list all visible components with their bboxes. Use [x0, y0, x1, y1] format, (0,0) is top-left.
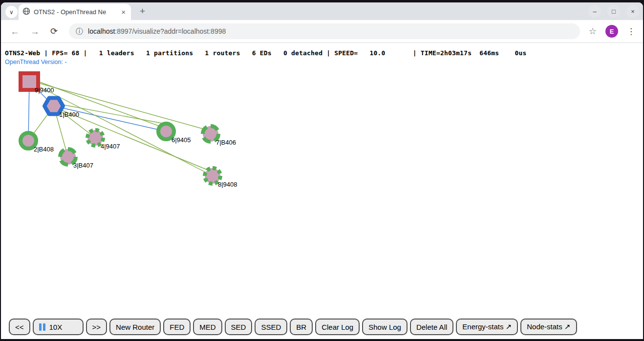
tab-otns2[interactable]: OTNS2 - OpenThread Ne ×: [19, 4, 131, 20]
toolbar-button-label: FED: [170, 323, 184, 331]
chevron-down-icon: ∨: [9, 9, 14, 16]
close-button[interactable]: ×: [626, 5, 639, 18]
show-log-button[interactable]: Show Log: [362, 319, 408, 335]
toolbar-button-label: New Router: [116, 323, 154, 331]
status-line: OTNS2-Web | FPS= 68 | 1 leaders 1 partit…: [5, 49, 527, 57]
maximize-button[interactable]: □: [607, 5, 620, 18]
node-1[interactable]: 1|B400: [44, 98, 79, 119]
url-host: localhost: [88, 27, 115, 35]
node-2[interactable]: 2|B408: [21, 133, 54, 153]
energy-stats-button[interactable]: Energy-stats ↗: [456, 319, 518, 335]
tab-close-icon[interactable]: ×: [120, 8, 127, 16]
toolbar-button-label: Show Log: [368, 323, 401, 331]
browser-menu-icon[interactable]: ⋮: [624, 25, 638, 38]
reload-icon[interactable]: ⟳: [46, 25, 62, 38]
node-label: 6|9405: [172, 136, 191, 144]
toolbar-button-label: <<: [15, 323, 24, 331]
forward-icon[interactable]: →: [26, 25, 44, 38]
tab-search-button[interactable]: ∨: [5, 6, 18, 18]
openthread-version-link[interactable]: OpenThread Version: -: [5, 59, 66, 65]
browser-window: ∨ OTNS2 - OpenThread Ne × + – □ ×: [1, 2, 643, 339]
simulation-toolbar: <<10X>>New RouterFEDMEDSEDSSEDBRClear Lo…: [9, 319, 577, 335]
link-line-9-8: [29, 82, 213, 176]
url-path: :8997/visualize?addr=localhost:8998: [115, 27, 226, 35]
tab-title: OTNS2 - OpenThread Ne: [34, 8, 116, 16]
clear-log-button[interactable]: Clear Log: [315, 319, 360, 335]
toolbar-button-label: Clear Log: [322, 323, 353, 331]
step-back-button[interactable]: <<: [9, 319, 30, 335]
speed-button[interactable]: 10X: [33, 319, 84, 335]
toolbar-button-label: Energy-stats ↗: [462, 322, 512, 331]
page-content: OTNS2-Web | FPS= 68 | 1 leaders 1 partit…: [1, 43, 643, 339]
minimize-button[interactable]: –: [588, 5, 601, 18]
med-button[interactable]: MED: [193, 319, 222, 335]
maximize-icon: □: [612, 8, 616, 15]
node-4[interactable]: 4|9407: [87, 130, 120, 150]
toolbar-button-label: >>: [92, 323, 101, 331]
sed-button[interactable]: SED: [225, 319, 253, 335]
node-8[interactable]: 8|9408: [205, 168, 237, 188]
page-info-icon[interactable]: ⓘ: [76, 27, 83, 36]
toolbar-button-label: Node-stats ↗: [527, 322, 570, 331]
delete-all-button[interactable]: Delete All: [410, 319, 453, 335]
ssed-button[interactable]: SSED: [255, 319, 287, 335]
bookmark-star-icon[interactable]: ☆: [586, 25, 600, 38]
node-stats-button[interactable]: Node-stats ↗: [520, 319, 577, 335]
navigation-bar: ← → ⟳ ⓘ localhost:8997/visualize?addr=lo…: [1, 20, 643, 43]
node-6[interactable]: 6|9405: [158, 124, 191, 144]
url-text[interactable]: localhost:8997/visualize?addr=localhost:…: [88, 27, 226, 35]
toolbar-button-label: Delete All: [416, 323, 447, 331]
profile-avatar[interactable]: E: [605, 25, 618, 38]
node-label: 4|9407: [101, 143, 120, 150]
toolbar-button-label: 10X: [49, 323, 63, 331]
globe-favicon-icon: [22, 7, 30, 17]
address-bar[interactable]: ⓘ localhost:8997/visualize?addr=localhos…: [69, 23, 580, 39]
network-topology-canvas[interactable]: 9|94001|B4002|B4083|B4074|94076|94057|B4…: [1, 43, 343, 253]
toolbar-button-label: MED: [199, 323, 215, 331]
new-tab-button[interactable]: +: [136, 5, 149, 18]
br-button[interactable]: BR: [290, 319, 313, 335]
node-label: 1|B400: [59, 111, 79, 118]
close-icon: ×: [631, 8, 635, 15]
node-9[interactable]: 9|9400: [21, 73, 54, 94]
node-label: 3|B407: [73, 162, 93, 169]
pause-icon: [39, 323, 45, 331]
minimize-icon: –: [593, 8, 596, 15]
avatar-letter: E: [610, 28, 614, 35]
node-label: 2|B408: [34, 146, 54, 153]
node-label: 9|9400: [35, 86, 54, 94]
fed-button[interactable]: FED: [163, 319, 191, 335]
toolbar-button-label: BR: [296, 323, 306, 331]
node-7[interactable]: 7|B406: [203, 126, 236, 146]
back-icon[interactable]: ←: [6, 25, 24, 38]
node-3[interactable]: 3|B407: [60, 149, 93, 169]
node-label: 7|B406: [216, 139, 236, 146]
tab-strip: ∨ OTNS2 - OpenThread Ne × + – □ ×: [1, 2, 643, 20]
toolbar-button-label: SED: [231, 323, 246, 331]
toolbar-button-label: SSED: [261, 323, 281, 331]
window-controls: – □ ×: [588, 5, 639, 18]
step-forward-button[interactable]: >>: [86, 319, 107, 335]
new-router-button[interactable]: New Router: [109, 319, 161, 335]
node-label: 8|9408: [218, 181, 237, 188]
